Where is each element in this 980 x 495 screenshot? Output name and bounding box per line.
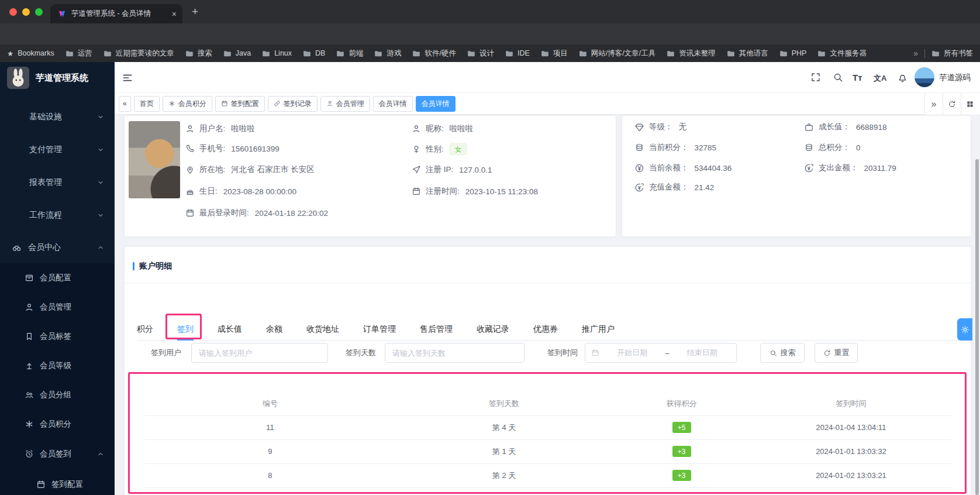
divider (924, 49, 925, 58)
user-name[interactable]: 芋道源码 (939, 73, 971, 83)
theme-settings-button[interactable] (957, 318, 972, 341)
bookmarks-overflow-icon[interactable]: » (913, 49, 918, 58)
bell-icon[interactable] (897, 72, 908, 83)
folder-icon (65, 49, 74, 57)
users-icon (25, 390, 34, 400)
fullscreen-icon[interactable] (810, 72, 821, 82)
search-icon (769, 349, 777, 357)
tab-close-icon[interactable]: × (172, 9, 177, 19)
sidebar-item-workflow[interactable]: 工作流程 (0, 199, 115, 232)
asterisk-icon (25, 420, 34, 429)
sidebar-item-member-level[interactable]: 会员等级 (0, 351, 115, 380)
signin-date-range-picker[interactable]: 开始日期 – 结束日期 (585, 343, 737, 363)
tag-member-points[interactable]: 会员积分 (163, 96, 212, 112)
tab-signin[interactable]: 签到 (177, 317, 194, 340)
bookmark-folder[interactable]: DB (303, 49, 325, 57)
gender-icon (412, 145, 421, 154)
tab-balance[interactable]: 余额 (266, 317, 282, 340)
bookmark-folder[interactable]: 设计 (467, 49, 494, 59)
gender-tag: 女 (450, 143, 467, 155)
collapse-menu-icon[interactable] (122, 72, 133, 84)
bookmark-folder[interactable]: Java (223, 49, 251, 57)
all-bookmarks-folder[interactable]: 所有书签 (931, 49, 973, 59)
table-row[interactable]: 8 第 2 天 +3 2024-01-02 13:03:21 (145, 463, 952, 487)
folder-icon (303, 49, 311, 57)
tag-signin-config[interactable]: 签到配置 (215, 96, 265, 112)
translate-icon[interactable]: 文A (874, 73, 886, 84)
sidebar-item-member-manage[interactable]: 会员管理 (0, 293, 115, 322)
sidebar-item-member-center[interactable]: 会员中心 (0, 232, 115, 263)
sidebar-item-member-signin[interactable]: 会员签到 (0, 439, 115, 469)
sidebar-item-signin-config[interactable]: 签到配置 (0, 469, 115, 495)
sidebar-item-member-tag[interactable]: 会员标签 (0, 322, 115, 351)
folder-icon (667, 49, 675, 57)
bookmark-folder[interactable]: PHP (779, 49, 807, 57)
bookmark-folder[interactable]: Linux (262, 49, 292, 57)
tab-address[interactable]: 收货地址 (306, 317, 339, 340)
bookmarks-manager[interactable]: ★Bookmarks (7, 49, 54, 58)
table-row[interactable]: 11 第 4 天 +5 2024-01-04 13:04:11 (145, 415, 952, 439)
stat-growth-value: 成长值：6688918 (804, 122, 887, 132)
briefcase-icon (804, 122, 814, 132)
app-logo[interactable]: 芋道管理系统 (0, 62, 115, 94)
tags-scroll-right-button[interactable]: » (924, 93, 943, 115)
table-row[interactable]: 9 第 1 天 +3 2024-01-01 13:03:32 (145, 439, 952, 463)
tab-promotion[interactable]: 推广用户 (582, 317, 615, 340)
tab-growth[interactable]: 成长值 (218, 317, 242, 340)
tab-points[interactable]: 积分 (137, 317, 153, 340)
browser-tab[interactable]: 芋道管理系统 - 会员详情 × (50, 4, 182, 23)
bookmark-folder[interactable]: 搜索 (185, 49, 212, 59)
bookmark-folder[interactable]: 项目 (541, 49, 568, 59)
tag-signin-records[interactable]: 签到记录 (268, 96, 318, 112)
tag-member-manage[interactable]: 会员管理 (320, 96, 370, 112)
title-accent-bar (133, 262, 134, 270)
tab-favorites[interactable]: 收藏记录 (477, 317, 509, 340)
bookmark-folder[interactable]: 运营 (65, 49, 92, 59)
sidebar: 芋道管理系统 基础设施 支付管理 报表管理 工作流程 会员中心 会员配置 会员管… (0, 62, 115, 495)
tags-menu-button[interactable] (961, 93, 979, 115)
field-register-time: 注册时间:2023-10-15 11:23:08 (412, 186, 538, 197)
search-button[interactable]: 搜索 (760, 343, 805, 363)
bookmark-folder[interactable]: IDE (505, 49, 530, 57)
user-icon (412, 124, 421, 133)
bookmark-folder[interactable]: 文件服务器 (817, 49, 867, 59)
signin-days-input[interactable] (385, 343, 524, 363)
user-avatar[interactable] (915, 67, 934, 87)
signin-user-input[interactable] (191, 343, 328, 363)
tag-home[interactable]: 首页 (134, 96, 160, 112)
reset-button[interactable]: 重置 (815, 343, 858, 363)
bookmark-folder[interactable]: 资讯未整理 (667, 49, 716, 59)
tab-aftersale[interactable]: 售后管理 (420, 317, 453, 340)
bookmark-folder[interactable]: 近期需要读的文章 (103, 49, 174, 59)
bookmark-folder[interactable]: 其他语言 (727, 49, 768, 59)
sidebar-item-infrastructure[interactable]: 基础设施 (0, 101, 115, 133)
box-icon (25, 273, 34, 283)
tag-member-detail-active[interactable]: 会员详情 (416, 96, 456, 112)
minimize-window-button[interactable] (22, 8, 30, 16)
search-icon[interactable] (833, 72, 843, 82)
sidebar-item-member-config[interactable]: 会员配置 (0, 263, 115, 293)
tags-scroll-left-button[interactable]: « (119, 96, 131, 112)
tab-title: 芋道管理系统 - 会员详情 (71, 9, 167, 19)
sidebar-item-report[interactable]: 报表管理 (0, 166, 115, 199)
points-badge: +3 (672, 470, 691, 481)
bookmark-folder[interactable]: 前端 (336, 49, 363, 59)
tab-coupons[interactable]: 优惠券 (533, 317, 558, 340)
bookmark-folder[interactable]: 网站/博客/文章/工具 (579, 49, 655, 59)
sidebar-item-payment[interactable]: 支付管理 (0, 133, 115, 166)
phone-icon (185, 144, 195, 153)
page-scrollbar[interactable] (975, 159, 979, 495)
maximize-window-button[interactable] (35, 8, 43, 16)
close-window-button[interactable] (9, 8, 17, 16)
tag-member-detail[interactable]: 会员详情 (373, 96, 413, 112)
bookmark-folder[interactable]: 游戏 (374, 49, 401, 59)
member-stats-card: 等级：无 当前积分：32785 当前余额：534404.36 充值金额：21.4… (622, 116, 971, 236)
tab-orders[interactable]: 订单管理 (363, 317, 396, 340)
sidebar-item-member-group[interactable]: 会员分组 (0, 380, 115, 410)
bookmark-icon (25, 332, 34, 341)
new-tab-button[interactable]: + (192, 6, 198, 18)
tags-refresh-button[interactable] (943, 93, 961, 115)
sidebar-item-member-points[interactable]: 会员积分 (0, 410, 115, 439)
bookmark-folder[interactable]: 软件/硬件 (412, 49, 456, 59)
font-size-icon[interactable]: Tт (853, 73, 862, 82)
